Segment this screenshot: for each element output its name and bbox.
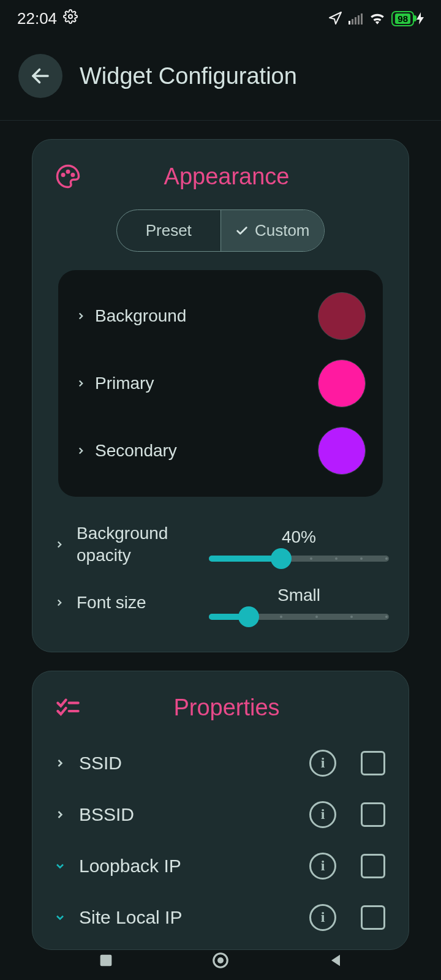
property-checkbox[interactable] (361, 905, 385, 930)
font-size-label: Font size (77, 592, 199, 614)
opacity-label: Background opacity (77, 522, 199, 567)
cellular-signal-icon (349, 12, 363, 24)
info-button[interactable]: i (309, 904, 336, 931)
font-size-slider[interactable] (209, 614, 389, 620)
chevron-down-icon[interactable] (52, 860, 68, 872)
property-row: BSSIDi (50, 789, 391, 840)
property-checkbox[interactable] (361, 802, 385, 827)
property-label: SSID (79, 753, 298, 774)
svg-point-0 (69, 15, 72, 18)
color-row-background[interactable]: Background (75, 282, 366, 350)
property-label: Loopback IP (79, 856, 298, 876)
property-row: Loopback IPi (50, 840, 391, 892)
chevron-right-icon (75, 311, 86, 322)
tab-custom-label: Custom (255, 221, 310, 240)
status-bar: 22:04 98 (0, 0, 441, 37)
color-primary-label: Primary (95, 374, 154, 393)
svg-rect-4 (358, 15, 360, 24)
chevron-right-icon[interactable] (52, 757, 68, 769)
font-size-row: Font size Small (50, 575, 391, 627)
opacity-row: Background opacity 40% (50, 511, 391, 575)
properties-title: Properties (62, 695, 391, 721)
color-row-primary[interactable]: Primary (75, 350, 366, 417)
app-header: Widget Configuration (0, 37, 441, 121)
appearance-title: Appearance (62, 164, 391, 190)
settings-gear-icon (63, 9, 78, 28)
back-button[interactable] (18, 54, 62, 98)
color-secondary-swatch[interactable] (318, 427, 366, 475)
wifi-icon (369, 12, 385, 24)
chevron-right-icon (75, 445, 86, 456)
chevron-right-icon[interactable] (52, 597, 67, 608)
location-icon (328, 11, 342, 26)
android-nav-bar (0, 941, 441, 980)
check-icon (235, 224, 249, 238)
nav-home-button[interactable] (211, 951, 230, 970)
svg-rect-12 (100, 955, 111, 967)
color-background-label: Background (95, 306, 186, 326)
svg-rect-5 (361, 13, 363, 24)
info-button[interactable]: i (309, 853, 336, 880)
property-row: Site Local IPi (50, 892, 391, 943)
property-label: BSSID (79, 804, 298, 825)
opacity-slider[interactable] (209, 556, 389, 562)
opacity-value: 40% (282, 527, 316, 547)
chevron-down-icon[interactable] (52, 911, 68, 924)
svg-rect-2 (352, 19, 353, 24)
properties-card: Properties SSIDiBSSIDiLoopback IPiSite L… (32, 671, 409, 950)
arrow-left-icon (29, 65, 51, 87)
tab-preset[interactable]: Preset (117, 210, 221, 251)
color-primary-swatch[interactable] (318, 360, 366, 407)
info-button[interactable]: i (309, 801, 336, 828)
nav-recent-button[interactable] (97, 952, 115, 969)
tab-preset-label: Preset (146, 221, 192, 240)
status-time: 22:04 (17, 9, 57, 28)
color-row-secondary[interactable]: Secondary (75, 417, 366, 484)
property-checkbox[interactable] (361, 751, 385, 775)
svg-rect-3 (355, 17, 356, 24)
property-label: Site Local IP (79, 907, 298, 928)
chevron-right-icon[interactable] (52, 809, 68, 821)
page-title: Widget Configuration (80, 63, 297, 89)
property-checkbox[interactable] (361, 854, 385, 878)
color-background-swatch[interactable] (318, 292, 366, 340)
chevron-right-icon (75, 378, 86, 389)
tab-custom[interactable]: Custom (221, 210, 325, 251)
color-picker-block: Background Primary Secondary (58, 270, 383, 497)
appearance-card: Appearance Preset Custom Background (32, 139, 409, 652)
property-row: SSIDi (50, 737, 391, 789)
info-button[interactable]: i (309, 750, 336, 777)
battery-icon: 98 (391, 11, 424, 26)
svg-point-14 (217, 957, 224, 963)
font-size-value: Small (277, 586, 320, 605)
chevron-right-icon[interactable] (52, 539, 67, 550)
color-secondary-label: Secondary (95, 441, 177, 461)
nav-back-button[interactable] (327, 952, 344, 969)
svg-rect-1 (349, 21, 350, 24)
appearance-mode-segmented: Preset Custom (116, 209, 325, 252)
